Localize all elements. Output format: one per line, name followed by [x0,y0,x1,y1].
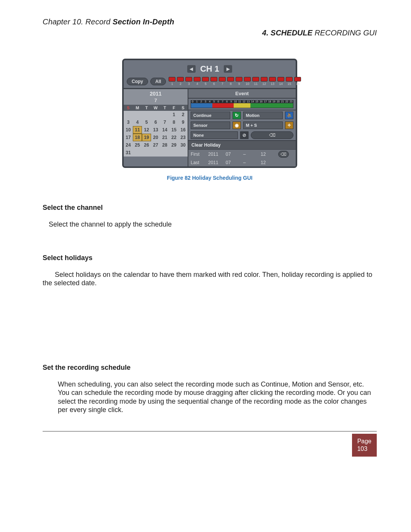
hour-segment[interactable] [272,103,276,108]
calendar-day[interactable]: 28 [160,141,169,149]
hour-segment[interactable] [255,103,259,108]
mode-sensor-button[interactable]: Sensor [191,121,230,129]
channel-next-button[interactable]: ▶ [224,65,232,73]
calendar-day[interactable]: 25 [133,141,142,149]
all-button[interactable]: All [150,78,166,85]
calendar-day[interactable]: 4 [133,118,142,126]
calendar-day[interactable]: 13 [151,126,160,134]
channel-led-num: 12 [263,82,266,86]
hour-segment[interactable] [217,103,221,108]
channel-led[interactable] [210,77,217,81]
first-year[interactable]: 2011 [208,152,223,157]
hour-segments[interactable] [191,103,293,108]
calendar-day[interactable]: 18 [133,134,142,141]
hour-segment[interactable] [246,103,250,108]
hour-segment[interactable] [259,103,263,108]
hour-segment[interactable] [191,103,195,108]
calendar-day[interactable]: 5 [142,118,151,126]
calendar-day[interactable]: 6 [151,118,160,126]
hour-segment[interactable] [208,103,212,108]
calendar-day[interactable]: 23 [178,134,188,141]
hour-segment[interactable] [238,103,242,108]
channel-led[interactable] [261,77,268,81]
calendar-day[interactable]: 27 [151,141,160,149]
channel-led[interactable] [294,77,301,81]
last-year[interactable]: 2011 [208,160,223,165]
hour-segment[interactable] [229,103,234,108]
channel-led[interactable] [236,77,242,81]
hour-segment[interactable] [285,103,289,108]
mode-ms-button[interactable]: M + S [243,121,283,129]
calendar-day[interactable]: 21 [160,134,169,141]
calendar-day [124,111,133,118]
channel-led-num: 16 [296,82,299,86]
calendar-day[interactable]: 8 [169,118,178,126]
calendar-day[interactable]: 14 [160,126,169,134]
channel-led[interactable] [185,77,192,81]
calendar-dow-row: SMTWTFS [124,105,188,111]
hour-segment[interactable] [234,103,238,108]
calendar-day[interactable]: 3 [124,118,133,126]
calendar-day[interactable]: 2 [178,111,188,118]
channel-led[interactable] [177,77,184,81]
hour-segment[interactable] [250,103,255,108]
channel-led[interactable] [219,77,226,81]
holiday-delete-button[interactable]: ⌫ [278,151,289,158]
hour-segment[interactable] [221,103,225,108]
channel-led[interactable] [227,77,234,81]
channel-led[interactable] [252,77,259,81]
channel-led-num: 6 [213,82,215,86]
hour-segment[interactable] [225,103,229,108]
channel-led[interactable] [244,77,251,81]
calendar-day[interactable]: 30 [178,141,188,149]
calendar-day[interactable]: 17 [124,134,133,141]
calendar-day[interactable]: 9 [178,118,188,126]
section-3-text: When scheduling, you can also select the… [58,380,377,414]
calendar-day[interactable]: 10 [124,126,133,134]
calendar-day[interactable]: 29 [169,141,178,149]
mode-continue-button[interactable]: Continue [191,112,230,119]
calendar-day[interactable]: 31 [124,149,133,157]
channel-led-num: 8 [230,82,232,86]
copy-button[interactable]: Copy [127,78,148,85]
header-left-bold: Section In-Depth [113,18,174,26]
mode-none-button[interactable]: None [191,131,238,139]
calendar-day[interactable]: 16 [178,126,188,134]
hour-segment[interactable] [263,103,268,108]
hour-segment[interactable] [289,103,293,108]
calendar-day[interactable]: 19 [142,134,151,141]
calendar-day[interactable]: 11 [133,126,142,134]
hour-segment[interactable] [212,103,217,108]
calendar-day[interactable]: 24 [124,141,133,149]
calendar-day[interactable]: 22 [169,134,178,141]
header-right: 4. SCHEDULE RECORDING GUI [43,29,377,37]
channel-prev-button[interactable]: ◀ [187,65,196,73]
mode-motion-button[interactable]: Motion [243,112,283,119]
channel-led[interactable] [269,77,276,81]
channel-led-num: 7 [221,82,223,86]
hour-segment[interactable] [199,103,204,108]
first-day[interactable]: 12 [261,152,276,157]
hour-segment[interactable] [195,103,199,108]
calendar-day[interactable]: 26 [142,141,151,149]
calendar-day[interactable]: 20 [151,134,160,141]
calendar-day[interactable]: 7 [160,118,169,126]
calendar-dow: F [169,105,178,111]
channel-led[interactable] [202,77,209,81]
calendar-day[interactable]: 12 [142,126,151,134]
first-month[interactable]: 07 [226,152,241,157]
mode-clear-button[interactable]: ⌫ [251,131,293,139]
channel-led[interactable] [286,77,293,81]
hour-segment[interactable] [204,103,208,108]
calendar-day[interactable]: 15 [169,126,178,134]
calendar-day[interactable]: 1 [169,111,178,118]
hour-segment[interactable] [276,103,280,108]
channel-led[interactable] [169,77,175,81]
hour-segment[interactable] [280,103,285,108]
hour-segment[interactable] [242,103,246,108]
last-day[interactable]: 12 [261,160,276,165]
channel-led[interactable] [194,77,201,81]
hour-segment[interactable] [268,103,272,108]
channel-led[interactable] [277,77,284,81]
last-month[interactable]: 07 [226,160,241,165]
